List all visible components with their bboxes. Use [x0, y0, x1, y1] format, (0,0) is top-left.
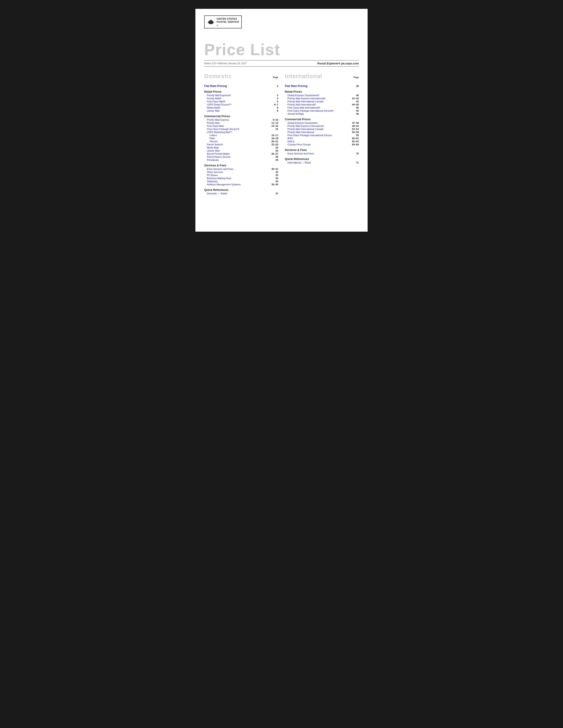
list-item: Domestic — Retail37 [204, 192, 278, 195]
international-retail-label: Retail Prices [285, 90, 359, 93]
toc-item-page: 62–63 [350, 140, 359, 143]
list-item: Priority Mail Express International49–52 [285, 124, 359, 128]
toc-item-page: 28 [269, 156, 278, 158]
domestic-flat-rate-section: Flat Rate Pricing 2 [204, 84, 278, 88]
toc-item-page: 5 [269, 100, 278, 103]
list-item: First-Class Package International Servic… [285, 109, 359, 112]
toc-item-page: 25 [269, 149, 278, 152]
toc-item-label: Country Price Groups [288, 143, 350, 146]
logo-box: UNITED STATES POSTAL SERVICE ® [204, 15, 242, 28]
toc-item-page: 8 [269, 109, 278, 112]
toc-item-label: Media Mail [207, 146, 269, 149]
list-item: Airmail M-Bags46 [285, 112, 359, 115]
list-item: Extra Services and Fees70 [285, 152, 359, 155]
list-item: Parcel Select®22–24 [204, 143, 278, 146]
toc-item-label: Letters [209, 134, 269, 137]
list-item: USPS Retail Ground™6–7 [204, 103, 278, 106]
international-quickref-section: Quick References International — Retail7… [285, 157, 359, 164]
toc-item-label: USPS Marketing Mail™ [207, 131, 269, 133]
list-item: Business Mailing Fees34 [204, 177, 278, 180]
list-item: Priority Mail®4 [204, 97, 278, 100]
svg-point-6 [210, 20, 210, 21]
toc-item-label: Library Mail [207, 149, 269, 152]
toc-item-page: 29 [269, 159, 278, 161]
toc-item-label: Bound Printed Matter [207, 152, 269, 155]
toc-item-label: Extra Services and Fees [207, 168, 269, 170]
toc-item-label: Parcels [209, 140, 269, 143]
international-commercial-label: Commercial Prices [285, 118, 359, 121]
logo-area: UNITED STATES POSTAL SERVICE ® [204, 15, 359, 28]
toc-item-label: Parcel Select® [207, 143, 269, 146]
subtitle-row: Notice 123 • Effective January 22, 2017 … [204, 60, 359, 67]
toc-item-page: 44–45 [350, 103, 359, 106]
toc-item-label: Priority Mail International Canada [288, 128, 350, 130]
international-services-items: Extra Services and Fees70 [285, 152, 359, 155]
domestic-retail-label: Retail Prices [204, 90, 278, 93]
list-item: First-Class Package Service®15 [204, 128, 278, 131]
international-retail-section: Retail Prices Global Express Guaranteed®… [285, 90, 359, 115]
toc-item-page: 49–52 [350, 125, 359, 127]
toc-item-label: Address Management Systems [207, 183, 269, 186]
toc-item-page: 46 [350, 113, 359, 115]
list-item: Priority Mail11–13 [204, 121, 278, 124]
domestic-page-col: Page [273, 76, 278, 79]
toc-item-label: Stationery [207, 180, 269, 183]
list-item: USPS Marketing Mail™ [204, 131, 278, 134]
list-item: Priority Mail International®44–45 [285, 103, 359, 106]
domestic-quickref-section: Quick References Domestic — Retail37 [204, 188, 278, 195]
toc-item-label: First-Class Package Service® [207, 128, 269, 130]
list-item: Stationery34 [204, 180, 278, 183]
toc-item-page: 32 [269, 171, 278, 173]
international-flat-rate-section: Flat Rate Pricing 39 [285, 84, 359, 88]
toc-item-page: 30–31 [269, 168, 278, 170]
toc-item-page: 26–27 [269, 152, 278, 155]
toc-item-label: USPS Retail Ground™ [207, 103, 269, 106]
list-item: Media Mail®8 [204, 106, 278, 109]
domestic-header: Domestic [204, 73, 232, 80]
international-services-label: Services & Fees [285, 148, 359, 152]
international-retail-items: Global Express Guaranteed®40Priority Mai… [285, 94, 359, 115]
toc-item-page: 15 [269, 128, 278, 130]
domestic-commercial-label: Commercial Prices [204, 114, 278, 118]
domestic-quickref-label: Quick References [204, 188, 278, 191]
international-flat-rate-label: Flat Rate Pricing [285, 84, 350, 88]
toc-item-page: 11–13 [269, 122, 278, 124]
international-commercial-items: Global Express Guaranteed47–48Priority M… [285, 121, 359, 146]
list-item: International — Retail71 [285, 161, 359, 164]
toc-item-label: International — Retail [288, 161, 350, 164]
list-item: Bound Printed Matter26–27 [204, 152, 278, 155]
list-item: First-Class Mail International®46 [285, 106, 359, 109]
list-item: Parcel Return Service28 [204, 155, 278, 158]
toc-item-page: 35–36 [269, 183, 278, 186]
list-item: IPA®60–61 [285, 137, 359, 140]
domestic-services-items: Extra Services and Fees30–31Other Servic… [204, 167, 278, 186]
list-item: ISAL®62–63 [285, 140, 359, 143]
list-item: Library Mail25 [204, 149, 278, 152]
toc-item-label: Priority Mail® [207, 97, 269, 100]
domestic-commercial-section: Commercial Prices Priority Mail Express9… [204, 114, 278, 161]
toc-item-label: Airmail M-Bags [288, 113, 350, 115]
toc-item-label: First-Class Package International Servic… [288, 109, 350, 112]
toc-item-page: 71 [350, 161, 359, 164]
toc-item-label: Priority Mail International® [288, 103, 350, 106]
list-item: Parcels20–21 [204, 140, 278, 143]
page: UNITED STATES POSTAL SERVICE ® Price Lis… [195, 9, 368, 232]
toc-item-page: 8 [269, 106, 278, 109]
toc-item-label: Global Express Guaranteed [288, 122, 350, 124]
international-quickref-label: Quick References [285, 157, 359, 161]
toc-item-label: First-Class Mail® [207, 100, 269, 103]
domestic-flat-rate-page: 2 [269, 85, 278, 87]
list-item: Letters16–17 [204, 134, 278, 137]
page-title: Price List [204, 42, 359, 58]
list-item: Other Services32 [204, 171, 278, 174]
list-item: Address Management Systems35–36 [204, 183, 278, 186]
toc-item-label: Global Express Guaranteed® [288, 94, 350, 97]
list-item: Priority Mail International55–58 [285, 131, 359, 134]
list-item: Priority Mail International Canada53–54 [285, 128, 359, 131]
domestic-services-section: Services & Fees Extra Services and Fees3… [204, 164, 278, 186]
domestic-column: Domestic Page Flat Rate Pricing 2 Retail… [204, 73, 278, 196]
title-area: Price List [204, 42, 359, 58]
logo-text: UNITED STATES POSTAL SERVICE ® [216, 17, 239, 27]
domestic-retail-items: Priority Mail Express®3Priority Mail®4Fi… [204, 94, 278, 112]
toc-item-label: PO Boxes [207, 174, 269, 176]
